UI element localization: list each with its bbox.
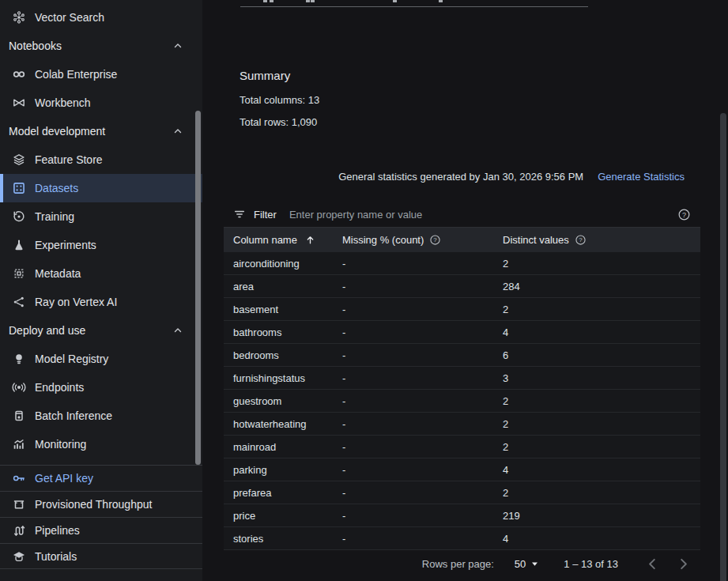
cell-missing-percent: - bbox=[342, 418, 503, 430]
cell-missing-percent: - bbox=[342, 441, 503, 453]
sidebar-item-ray-on-vertex-ai[interactable]: Ray on Vertex AI bbox=[0, 288, 202, 316]
help-icon[interactable]: ? bbox=[677, 208, 691, 221]
svg-text:?: ? bbox=[682, 210, 686, 218]
key-icon bbox=[11, 471, 27, 485]
column-header-missing[interactable]: Missing % (count) ? bbox=[342, 234, 503, 246]
cell-distinct-values: 2 bbox=[503, 441, 700, 453]
sidebar-item-label: Get API key bbox=[35, 472, 93, 485]
rows-per-page-select[interactable]: 50 bbox=[515, 558, 540, 570]
cell-column-name: mainroad bbox=[224, 441, 342, 453]
sidebar-item-label: Pipelines bbox=[35, 524, 80, 537]
table-row-bedrooms: bedrooms - 6 bbox=[224, 344, 700, 367]
rows-per-page-label: Rows per page: bbox=[422, 558, 494, 570]
cell-column-name: bathrooms bbox=[224, 326, 342, 338]
pipelines-icon bbox=[11, 523, 27, 538]
column-header-label: Distinct values bbox=[503, 234, 569, 246]
ray-icon bbox=[11, 295, 27, 309]
vector-search-icon bbox=[11, 10, 27, 25]
table-row-guestroom: guestroom - 2 bbox=[224, 390, 700, 413]
table-row-prefarea: prefarea - 2 bbox=[224, 481, 700, 504]
cell-distinct-values: 3 bbox=[503, 372, 700, 384]
training-icon bbox=[11, 209, 27, 224]
sidebar-item-get-api-key[interactable]: Get API key bbox=[0, 465, 202, 491]
table-pagination: Rows per page: 50 1 – 13 of 13 bbox=[224, 550, 700, 578]
provisioned-throughput-icon bbox=[11, 497, 27, 511]
sidebar-item-label: Batch Inference bbox=[35, 409, 112, 422]
sidebar-item-pipelines[interactable]: Pipelines bbox=[0, 517, 202, 543]
cell-distinct-values: 2 bbox=[503, 395, 700, 407]
cell-distinct-values: 2 bbox=[503, 487, 700, 499]
help-icon[interactable]: ? bbox=[575, 234, 587, 246]
sidebar-item-label: Experiments bbox=[35, 239, 96, 251]
sidebar-item-colab-enterprise[interactable]: Colab Enterprise bbox=[0, 60, 202, 89]
cell-missing-percent: - bbox=[342, 395, 503, 407]
sidebar-item-model-registry[interactable]: Model Registry bbox=[0, 345, 202, 373]
sidebar-item-tutorials[interactable]: Tutorials bbox=[0, 543, 202, 569]
sidebar-item-feature-store[interactable]: Feature Store bbox=[0, 145, 202, 174]
sidebar-item-metadata[interactable]: Metadata bbox=[0, 259, 202, 288]
cell-column-name: guestroom bbox=[224, 395, 342, 407]
sidebar: Vector SearchNotebooks Colab Enterprise … bbox=[0, 0, 202, 581]
column-header-distinct[interactable]: Distinct values ? bbox=[503, 234, 700, 246]
cell-missing-percent: - bbox=[342, 464, 503, 476]
cell-column-name: parking bbox=[224, 464, 342, 476]
sidebar-item-label: Metadata bbox=[35, 267, 81, 280]
sidebar-section-notebooks[interactable]: Notebooks bbox=[0, 32, 202, 60]
sidebar-section-deploy-and-use[interactable]: Deploy and use bbox=[0, 316, 202, 345]
sidebar-item-monitoring[interactable]: Monitoring bbox=[0, 430, 202, 458]
experiments-icon bbox=[11, 238, 27, 252]
cell-column-name: furnishingstatus bbox=[224, 372, 342, 384]
cell-column-name: stories bbox=[224, 533, 342, 545]
summary-title: Summary bbox=[240, 69, 290, 82]
next-page-button[interactable] bbox=[676, 556, 691, 572]
table-row-stories: stories - 4 bbox=[224, 527, 700, 550]
sidebar-scrollbar[interactable] bbox=[195, 111, 201, 465]
cell-missing-percent: - bbox=[342, 487, 503, 499]
sidebar-item-datasets[interactable]: Datasets bbox=[0, 174, 202, 202]
summary-total-rows: Total rows: 1,090 bbox=[240, 116, 317, 128]
model-registry-icon bbox=[11, 352, 27, 366]
datasets-icon bbox=[11, 181, 27, 195]
sidebar-item-vector-search[interactable]: Vector Search bbox=[0, 3, 202, 32]
sidebar-item-label: Colab Enterprise bbox=[35, 68, 117, 81]
previous-page-button[interactable] bbox=[645, 556, 660, 572]
sort-up-icon[interactable] bbox=[304, 234, 316, 246]
sidebar-item-training[interactable]: Training bbox=[0, 202, 202, 231]
chevron-up-icon bbox=[172, 126, 183, 137]
sidebar-section-label: Notebooks bbox=[9, 40, 62, 52]
sidebar-item-label: Workbench bbox=[35, 96, 91, 109]
filter-input[interactable] bbox=[289, 209, 677, 221]
sidebar-item-experiments[interactable]: Experiments bbox=[0, 231, 202, 259]
sidebar-section-model-development[interactable]: Model development bbox=[0, 117, 202, 145]
svg-text:?: ? bbox=[579, 236, 583, 243]
sidebar-item-workbench[interactable]: Workbench bbox=[0, 89, 202, 117]
sidebar-item-label: Tutorials bbox=[35, 550, 77, 563]
cell-distinct-values: 284 bbox=[503, 281, 700, 292]
metadata-icon bbox=[11, 266, 27, 281]
sidebar-item-provisioned-throughput[interactable]: Provisioned Throughput bbox=[0, 491, 202, 517]
sidebar-section-label: Model development bbox=[9, 125, 105, 138]
sidebar-item-endpoints[interactable]: Endpoints bbox=[0, 373, 202, 402]
chevron-up-icon bbox=[172, 325, 183, 336]
cell-missing-percent: - bbox=[342, 372, 503, 384]
cell-missing-percent: - bbox=[342, 510, 503, 522]
help-icon[interactable]: ? bbox=[429, 234, 441, 246]
main-scrollbar[interactable] bbox=[720, 113, 726, 581]
generate-statistics-button[interactable]: Generate Statistics bbox=[598, 171, 685, 183]
sidebar-footer-list: Get API key Provisioned Throughput Pipel… bbox=[0, 465, 202, 569]
filter-bar: Filter ? bbox=[224, 202, 700, 228]
table-row-parking: parking - 4 bbox=[224, 458, 700, 481]
cell-missing-percent: - bbox=[342, 326, 503, 338]
sidebar-item-batch-inference[interactable]: Batch Inference bbox=[0, 402, 202, 430]
main-content: Summary Total columns: 13 Total rows: 1,… bbox=[202, 0, 728, 581]
filter-label: Filter bbox=[254, 209, 277, 221]
rows-per-page-value: 50 bbox=[515, 558, 526, 570]
batch-inference-icon bbox=[11, 409, 27, 423]
column-header-column-name[interactable]: Column name bbox=[224, 234, 342, 246]
dropdown-arrow-icon bbox=[530, 559, 540, 569]
table-row-area: area - 284 bbox=[224, 275, 700, 298]
workbench-icon bbox=[11, 96, 27, 110]
app-root: Vector SearchNotebooks Colab Enterprise … bbox=[0, 0, 728, 581]
summary-total-columns: Total columns: 13 bbox=[240, 94, 319, 106]
cell-distinct-values: 4 bbox=[503, 326, 700, 338]
